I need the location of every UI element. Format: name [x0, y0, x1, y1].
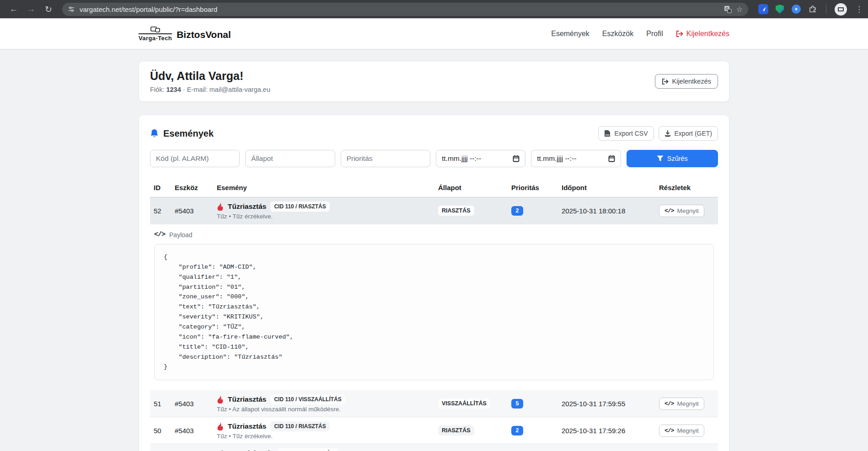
code-icon: </> [664, 427, 674, 434]
url-text[interactable]: vargatech.net/test/portal/public/?r=dash… [80, 5, 719, 13]
event-code-badge: CID 110 / RIASZTÁS [270, 421, 329, 431]
logout-button[interactable]: Kijelentkezés [655, 74, 718, 89]
funnel-icon [657, 155, 664, 162]
top-nav: Események Eszközök Profil Kijelentkezés [551, 30, 729, 38]
filter-date-to-input[interactable]: tt.mm.jjjj --:-- [531, 150, 621, 167]
nav-logout[interactable]: Kijelentkezés [676, 30, 729, 38]
code-icon: </> [664, 207, 674, 214]
col-device: Eszköz [171, 178, 213, 197]
filter-state-input[interactable] [245, 150, 335, 167]
table-row[interactable]: 50 #5403 Tűzriasztás CID 110 / RIASZTÁS … [150, 417, 718, 444]
event-title: Teszt jelentés [228, 449, 274, 451]
translate-icon[interactable]: G [724, 5, 732, 13]
filter-priority-input[interactable] [341, 150, 430, 167]
col-time: Időpont [558, 178, 655, 197]
calendar-icon[interactable] [608, 155, 615, 162]
welcome-title: Üdv, Attila Varga! [150, 69, 270, 83]
event-device[interactable]: #5403 [171, 203, 213, 219]
app-header: Varga-Tech BiztosVonal Események Eszközö… [0, 18, 868, 49]
filter-code-input[interactable] [150, 150, 240, 167]
email-value: mail@attila-varga.eu [209, 86, 270, 93]
extension-shield-icon[interactable] [775, 4, 785, 14]
payload-json: { "profile": "ADM-CID", "qualifier": "1"… [164, 252, 704, 372]
event-device[interactable]: #5403 [171, 423, 213, 439]
address-bar[interactable]: vargatech.net/test/portal/public/?r=dash… [62, 3, 748, 16]
download-icon [664, 130, 671, 137]
col-priority: Prioritás [508, 178, 558, 197]
nav-devices[interactable]: Eszközök [602, 30, 633, 38]
event-id: 50 [150, 423, 171, 439]
account-label: Fiók: [150, 86, 164, 93]
export-get-button[interactable]: Export (GET) [659, 126, 718, 141]
toolbar-divider [826, 5, 826, 14]
state-badge: RIASZTÁS [438, 425, 474, 435]
event-time: 2025-10-31 17:59:55 [558, 396, 655, 412]
fire-icon [217, 202, 224, 211]
nav-profile[interactable]: Profil [646, 30, 663, 38]
browser-menu-icon[interactable]: ⋮ [853, 5, 865, 14]
extension-circle-icon[interactable] [791, 4, 801, 14]
brand-top-text: Varga-Tech [139, 33, 172, 41]
event-subtitle: Tűz • Az állapot visszaállt normál működ… [217, 406, 431, 413]
event-time: 2025-10-31 17:59:26 [558, 423, 655, 439]
browser-chrome: ← → ↻ vargatech.net/test/portal/public/?… [0, 0, 868, 18]
payload-panel: </> Payload { "profile": "ADM-CID", "qua… [150, 224, 718, 390]
bookmark-star-icon[interactable]: ☆ [736, 5, 743, 14]
event-time: 2025-10-31 18:00:18 [558, 203, 655, 219]
table-row[interactable]: 49 #5403 Teszt jelentés CID 602 / RIASZT… [150, 444, 718, 451]
account-number: 1234 [166, 86, 181, 93]
col-event: Esemény [213, 178, 434, 197]
event-title: Tűzriasztás [228, 202, 266, 211]
open-details-button[interactable]: </> Megnyit [659, 205, 704, 217]
table-row[interactable]: 51 #5403 Tűzriasztás CID 110 / VISSZAÁLL… [150, 390, 718, 417]
browser-forward-button[interactable]: → [24, 2, 38, 16]
event-code-badge: CID 602 / RIASZTÁS [279, 448, 338, 451]
events-table: ID Eszköz Esemény Állapot Prioritás Időp… [150, 178, 718, 451]
payload-label: Payload [169, 231, 193, 239]
app-title: BiztosVonal [177, 29, 231, 41]
event-code-badge: CID 110 / VISSZAÁLLÍTÁS [270, 394, 345, 404]
filters-row: tt.mm.jjjj --:-- tt.mm.jjjj --:-- [150, 150, 718, 167]
state-badge: RIASZTÁS [438, 206, 474, 216]
devices-icon [150, 27, 161, 32]
open-details-button[interactable]: </> Megnyit [659, 424, 704, 437]
account-info: Fiók: 1234 · E-mail: mail@attila-varga.e… [150, 86, 270, 93]
varga-tech-logo: Varga-Tech [139, 27, 172, 41]
table-row[interactable]: 52 #5403 Tűzriasztás CID 110 / RIASZTÁS … [150, 197, 718, 224]
filter-date-from-input[interactable]: tt.mm.jjjj --:-- [436, 150, 525, 167]
event-id: 52 [150, 203, 171, 219]
browser-reload-button[interactable]: ↻ [41, 2, 56, 16]
nav-events[interactable]: Események [551, 30, 589, 38]
extension-arrow-icon[interactable] [758, 4, 768, 14]
browser-profile-avatar[interactable] [835, 3, 847, 16]
extensions-tray: ⋮ [758, 3, 865, 16]
event-device[interactable]: #5403 [171, 396, 213, 412]
event-id: 51 [150, 396, 171, 412]
event-subtitle: Tűz • Tűz érzékelve. [217, 213, 431, 220]
events-section-title: Események [150, 128, 214, 139]
priority-badge: 2 [511, 426, 523, 435]
open-details-button[interactable]: </> Megnyit [659, 398, 704, 410]
calendar-icon[interactable] [513, 155, 520, 162]
event-title: Tűzriasztás [228, 422, 266, 430]
event-code-badge: CID 110 / RIASZTÁS [270, 202, 329, 212]
email-label: E-mail: [187, 86, 208, 93]
events-card: Események csv Export CSV [139, 115, 729, 451]
col-details: Részletek [655, 178, 718, 197]
event-subtitle: Tűz • Tűz érzékelve. [217, 433, 431, 440]
payload-code-block[interactable]: { "profile": "ADM-CID", "qualifier": "1"… [154, 244, 714, 380]
logout-icon [662, 79, 669, 85]
filter-button[interactable]: Szűrés [627, 150, 718, 167]
site-settings-icon[interactable] [68, 5, 75, 13]
event-title: Tűzriasztás [228, 395, 266, 403]
priority-badge: 5 [511, 399, 523, 409]
browser-back-button[interactable]: ← [6, 2, 21, 16]
file-csv-icon: csv [604, 130, 611, 137]
brand[interactable]: Varga-Tech BiztosVonal [139, 27, 231, 41]
extensions-puzzle-icon[interactable] [808, 4, 818, 14]
col-id: ID [150, 178, 171, 197]
col-state: Állapot [434, 178, 508, 197]
export-csv-button[interactable]: csv Export CSV [598, 126, 654, 141]
table-header: ID Eszköz Esemény Állapot Prioritás Időp… [150, 178, 718, 197]
fire-icon [217, 422, 224, 430]
